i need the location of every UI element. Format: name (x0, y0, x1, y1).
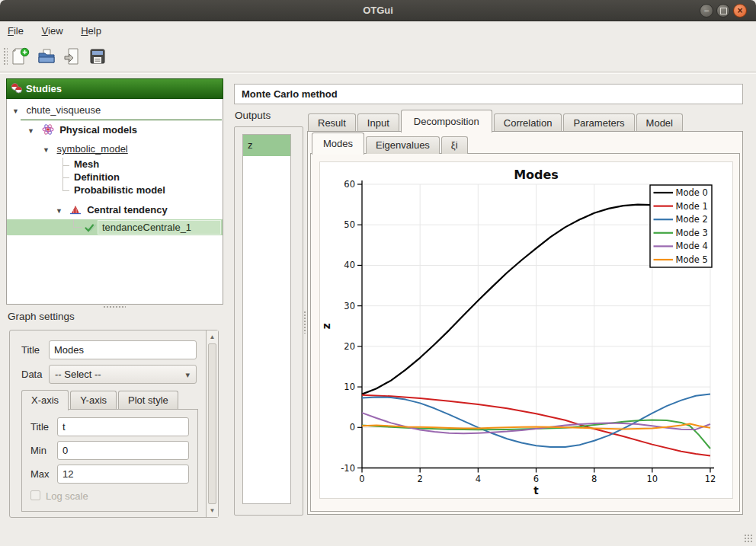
tab-modes[interactable]: Modes (312, 133, 364, 155)
menu-file[interactable]: File (0, 21, 31, 40)
svg-text:0: 0 (350, 422, 355, 433)
minimize-button[interactable]: − (700, 4, 713, 18)
tree-item-label: Physical models (59, 124, 137, 136)
scroll-down-icon[interactable]: ▼ (207, 507, 218, 514)
tab-x-axis[interactable]: X-axis (21, 390, 69, 410)
close-icon: × (737, 5, 742, 16)
svg-text:Mode 4: Mode 4 (676, 241, 708, 251)
svg-text:Modes: Modes (514, 168, 559, 182)
new-study-icon (11, 46, 30, 66)
close-button[interactable]: × (733, 4, 747, 18)
tree-guide-line (62, 158, 63, 191)
tree-item-physical-models[interactable]: ▼ Physical models (27, 122, 137, 139)
svg-text:10: 10 (344, 382, 355, 392)
tab-y-axis[interactable]: Y-axis (70, 391, 117, 410)
save-study-icon (88, 46, 107, 66)
maximize-icon (720, 8, 727, 14)
svg-text:12: 12 (705, 474, 716, 484)
otgui-window: OTGui − × File View Help (0, 0, 756, 546)
svg-text:6: 6 (533, 474, 539, 484)
studies-icon (11, 82, 23, 94)
tab-eigenvalues[interactable]: Eigenvalues (366, 136, 440, 154)
window-title: OTGui (0, 0, 756, 21)
toolbar-separator (0, 73, 756, 74)
svg-text:60: 60 (344, 179, 355, 190)
tree-guide-stub (73, 227, 82, 228)
title-field-label: Title (21, 344, 40, 356)
tree-guide-stub (62, 165, 69, 166)
tree-item-label: tendanceCentrale_1 (102, 222, 191, 233)
tab-correlation[interactable]: Correlation (494, 113, 562, 132)
tree-item-probabilistic-model[interactable]: Probabilistic model (74, 184, 165, 196)
tab-model[interactable]: Model (636, 113, 683, 132)
log-scale-checkbox[interactable] (30, 490, 40, 500)
menu-view[interactable]: View (34, 21, 71, 40)
svg-text:-10: -10 (341, 463, 355, 474)
data-field-label: Data (21, 369, 42, 380)
x-min-label: Min (30, 445, 46, 456)
resize-grip[interactable] (744, 534, 754, 544)
scrollbar-thumb[interactable] (208, 343, 216, 504)
decomposition-subtab-bar: Modes Eigenvalues ξi (312, 133, 469, 154)
scroll-up-icon[interactable]: ▲ (207, 334, 218, 340)
analysis-check-icon (84, 222, 96, 234)
tree-item-chute-visqueuse[interactable]: ▼ chute_visqueuse (12, 102, 101, 119)
svg-text:Mode 1: Mode 1 (676, 201, 708, 212)
tree-item-central-tendency[interactable]: ▼ Central tendency (56, 202, 168, 219)
menu-bar: File View Help (0, 21, 756, 42)
log-scale-label: Log scale (46, 490, 88, 502)
x-max-input[interactable] (57, 465, 189, 484)
svg-text:40: 40 (344, 260, 355, 270)
studies-header-label: Studies (26, 83, 62, 94)
svg-text:Mode 0: Mode 0 (676, 187, 708, 198)
title-bar: OTGui (0, 0, 756, 21)
expander-icon[interactable]: ▼ (27, 127, 34, 135)
import-script-icon (62, 46, 82, 66)
studies-header: Studies (6, 78, 223, 99)
toolbar-drag-handle[interactable] (3, 47, 8, 65)
new-study-button[interactable] (11, 46, 30, 66)
save-study-button[interactable] (88, 46, 107, 66)
svg-text:z: z (320, 323, 332, 329)
modes-chart: -100102030405060024681012ModestzMode 0Mo… (320, 162, 732, 498)
tab-input[interactable]: Input (357, 113, 399, 132)
x-title-label: Title (30, 421, 49, 433)
axis-tab-bar: X-axis Y-axis Plot style (21, 390, 180, 410)
expander-icon[interactable]: ▼ (56, 207, 62, 215)
svg-text:0: 0 (359, 474, 364, 484)
expander-icon[interactable]: ▼ (12, 107, 19, 115)
tree-item-mesh[interactable]: Mesh (74, 158, 99, 171)
data-select-dropdown[interactable]: -- Select -- ▾ (49, 365, 197, 384)
x-min-input[interactable] (57, 441, 189, 460)
settings-scrollbar[interactable]: ▲ ▼ (206, 330, 218, 517)
tab-result[interactable]: Result (308, 113, 356, 132)
chevron-down-icon: ▾ (185, 366, 190, 384)
tree-item-symbolic-model[interactable]: ▼ symbolic_model (43, 141, 128, 158)
tree-item-definition[interactable]: Definition (74, 171, 120, 184)
graph-settings-label: Graph settings (8, 311, 75, 322)
outputs-list[interactable]: z (242, 134, 291, 504)
output-item-z[interactable]: z (243, 135, 290, 156)
toolbar (0, 42, 756, 72)
tab-plot-style[interactable]: Plot style (118, 391, 178, 410)
outputs-label: Outputs (235, 110, 271, 121)
open-study-button[interactable] (37, 46, 56, 66)
svg-text:30: 30 (344, 301, 355, 311)
tree-item-label: Probabilistic model (74, 184, 165, 196)
svg-text:2: 2 (418, 474, 423, 484)
maximize-button[interactable] (716, 4, 730, 18)
x-title-input[interactable] (57, 417, 189, 436)
tab-decomposition[interactable]: Decomposition (401, 110, 492, 133)
tree-item-tendance-centrale[interactable]: tendanceCentrale_1 (98, 220, 221, 235)
menu-help[interactable]: Help (73, 21, 109, 40)
tab-xi[interactable]: ξi (441, 136, 468, 154)
svg-text:10: 10 (647, 474, 658, 484)
graph-title-input[interactable] (49, 340, 197, 359)
svg-text:20: 20 (344, 341, 355, 352)
svg-text:Mode 2: Mode 2 (676, 214, 708, 225)
import-script-button[interactable] (62, 46, 82, 66)
tab-parameters[interactable]: Parameters (563, 113, 634, 132)
expander-icon[interactable]: ▼ (43, 146, 50, 154)
horizontal-splitter-handle[interactable] (103, 305, 126, 309)
minimize-icon: − (703, 5, 709, 16)
